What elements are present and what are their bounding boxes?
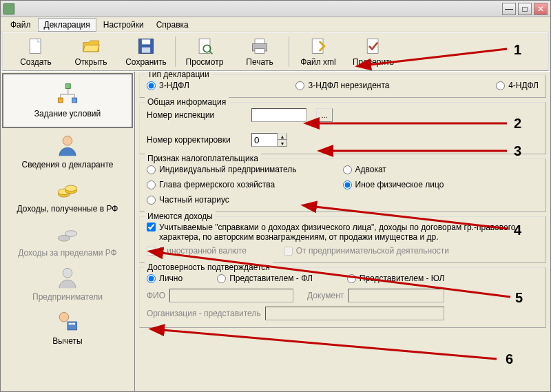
check-icon <box>364 37 383 56</box>
menu-help[interactable]: Справка <box>151 19 194 31</box>
menu-file[interactable]: Файл <box>5 19 37 31</box>
menu-declaration[interactable]: Декларация <box>38 18 96 32</box>
svg-rect-31 <box>72 323 75 325</box>
toolbar-preview[interactable]: Просмотр <box>177 34 232 69</box>
radio-3ndfl[interactable]: 3-НДФЛ <box>147 81 189 90</box>
sidebar-label: Доходы, полученные в РФ <box>17 204 118 214</box>
svg-rect-15 <box>72 98 77 103</box>
toolbar-print[interactable]: Печать <box>232 34 287 69</box>
radio-repr-fl[interactable]: Представителем - ФЛ <box>217 274 313 283</box>
inspection-label: Номер инспекции <box>147 110 242 120</box>
check-foreign-currency[interactable]: В иностранной валюте <box>147 246 247 256</box>
toolbar-save[interactable]: Сохранить <box>118 34 174 69</box>
inspection-browse-button[interactable]: ... <box>316 108 333 122</box>
group-authenticity: Достоверность подтверждается Лично Предс… <box>139 267 546 328</box>
radio-4ndfl[interactable]: 4-НДФЛ <box>496 81 539 90</box>
tree-icon <box>56 83 79 106</box>
xml-icon <box>309 37 328 56</box>
coins-icon <box>56 178 79 201</box>
org-input <box>265 307 444 320</box>
correction-spinner[interactable]: ▲ ▼ <box>251 133 287 147</box>
svg-rect-11 <box>312 39 323 54</box>
minimize-button[interactable]: — <box>502 3 516 15</box>
save-icon <box>136 37 156 56</box>
sidebar-income-rf[interactable]: Доходы, полученные в РФ <box>1 174 134 218</box>
sidebar-label: Доходы за пределами РФ <box>18 248 116 258</box>
toolbar-xml-label: Файл xml <box>300 57 336 67</box>
radio-advocate[interactable]: Адвокат <box>343 165 539 174</box>
sidebar-label: Задание условий <box>34 109 101 118</box>
radio-farmer[interactable]: Глава фермерского хозяйства <box>147 180 343 189</box>
org-label: Организация - представитель <box>147 309 261 318</box>
radio-repr-ul[interactable]: Представителем - ЮЛ <box>347 274 445 283</box>
sidebar-label: Сведения о декларанте <box>22 160 114 169</box>
sidebar-label: Предприниматели <box>32 292 103 302</box>
menu-settings[interactable]: Настройки <box>98 19 149 31</box>
menubar: Файл Декларация Настройки Справка <box>1 17 550 32</box>
check-income-certificates[interactable]: Учитываемые "справками о доходах физичес… <box>147 223 539 242</box>
svg-rect-14 <box>58 98 63 103</box>
titlebar: — □ ✕ <box>1 1 550 17</box>
group-general: Общая информация Номер инспекции ... Ном… <box>139 102 546 154</box>
toolbar-new[interactable]: Создать <box>8 34 63 69</box>
person-grey-icon <box>56 266 79 289</box>
correction-label: Номер корректировки <box>147 135 242 145</box>
sidebar-label: Вычеты <box>52 336 82 346</box>
toolbar-open-label: Открыть <box>74 57 107 67</box>
preview-icon <box>195 37 214 56</box>
check-entrepreneur-activity[interactable]: От предпринимательской деятельности <box>284 246 449 256</box>
open-icon <box>81 37 101 56</box>
svg-point-26 <box>65 231 77 237</box>
radio-other-person[interactable]: Иное физическое лицо <box>343 180 539 189</box>
maximize-button[interactable]: □ <box>518 3 532 15</box>
radio-self[interactable]: Лично <box>147 274 183 283</box>
radio-3ndfl-nonres[interactable]: 3-НДФЛ нерезидента <box>295 81 389 90</box>
sidebar-income-foreign[interactable]: Доходы за пределами РФ <box>1 218 134 262</box>
radio-ip[interactable]: Индивидуальный предприниматель <box>147 165 343 174</box>
svg-rect-10 <box>255 49 264 54</box>
fio-input <box>169 289 293 302</box>
toolbar-preview-label: Просмотр <box>186 57 224 67</box>
deduction-icon <box>56 310 79 333</box>
svg-rect-13 <box>65 84 70 89</box>
correction-input[interactable] <box>251 133 278 147</box>
svg-rect-8 <box>255 39 264 44</box>
svg-rect-4 <box>142 48 150 53</box>
spinner-down[interactable]: ▼ <box>278 140 287 147</box>
toolbar-open[interactable]: Открыть <box>63 34 118 69</box>
sidebar-declarant[interactable]: Сведения о декларанте <box>1 130 134 174</box>
group-legend: Имеются доходы <box>145 212 216 221</box>
person-icon <box>56 134 79 157</box>
inspection-input[interactable] <box>251 108 306 122</box>
app-icon <box>3 3 14 14</box>
main-panel: Тип декларации 3-НДФЛ 3-НДФЛ нерезидента… <box>135 72 550 391</box>
group-legend: Достоверность подтверждается <box>145 262 273 272</box>
sidebar-deductions[interactable]: Вычеты <box>1 306 134 350</box>
svg-point-27 <box>63 268 72 278</box>
group-legend: Признак налогоплательщика <box>145 154 261 163</box>
radio-notary[interactable]: Частный нотариус <box>147 195 343 205</box>
toolbar-check-label: Проверить <box>353 57 394 67</box>
toolbar-xml[interactable]: Файл xml <box>291 34 346 69</box>
toolbar-check[interactable]: Проверить <box>346 34 401 69</box>
sidebar-conditions[interactable]: Задание условий <box>2 73 133 128</box>
svg-point-24 <box>65 185 77 192</box>
coins-grey-icon <box>56 222 79 245</box>
toolbar-print-label: Печать <box>246 57 273 67</box>
spinner-up[interactable]: ▲ <box>278 133 287 140</box>
sidebar: Задание условий Сведения о декларанте До… <box>1 72 135 391</box>
svg-rect-3 <box>142 39 150 44</box>
doc-label: Документ <box>307 291 344 300</box>
toolbar-new-label: Создать <box>20 57 52 67</box>
svg-rect-30 <box>69 323 72 325</box>
print-icon <box>250 37 269 56</box>
fio-label: ФИО <box>147 291 165 300</box>
sidebar-entrepreneurs[interactable]: Предприниматели <box>1 262 134 306</box>
svg-point-20 <box>63 136 72 145</box>
group-legend: Общая информация <box>145 97 229 107</box>
close-button[interactable]: ✕ <box>534 3 548 15</box>
svg-point-28 <box>59 312 69 322</box>
toolbar: Создать Открыть Сохранить Просмотр Печат… <box>2 32 549 71</box>
group-legend: Тип декларации <box>145 72 212 79</box>
group-income: Имеются доходы Учитываемые "справками о … <box>139 216 546 263</box>
